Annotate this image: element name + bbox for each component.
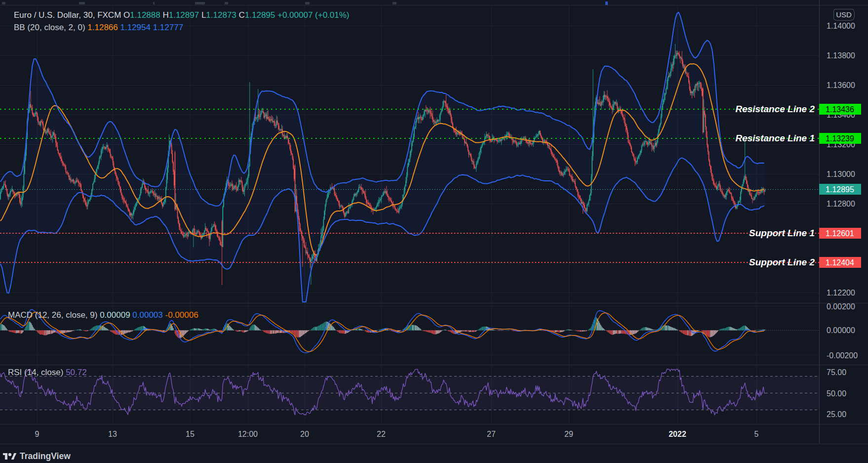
svg-text:1.13239: 1.13239 [826,134,854,143]
svg-text:1.13000: 1.13000 [827,170,855,178]
svg-text:25.00: 25.00 [827,410,846,419]
svg-text:RSI (14, close) 50.72: RSI (14, close) 50.72 [8,368,87,377]
svg-text:Resistance Line 1: Resistance Line 1 [735,133,815,143]
svg-text:BB (20, close, 2, 0) 1.12866: BB (20, close, 2, 0) 1.12866 1.12954 1.1… [14,23,183,32]
svg-text:Support Line 1: Support Line 1 [749,228,815,238]
svg-text:2022: 2022 [669,430,686,438]
svg-text:USD: USD [836,10,852,19]
svg-text:50.00: 50.00 [827,389,846,398]
svg-text:Support Line 2: Support Line 2 [749,257,815,267]
svg-text:MACD (12, 26, close, 9) 0.000: MACD (12, 26, close, 9) 0.00009 0.00003 … [8,310,198,320]
svg-text:1.12895: 1.12895 [826,185,854,194]
svg-text:29: 29 [564,430,573,438]
svg-text:1.12200: 1.12200 [827,289,855,297]
svg-text:5: 5 [754,430,759,438]
svg-text:27: 27 [487,430,496,438]
svg-text:9: 9 [35,430,39,438]
svg-text:13: 13 [108,430,117,438]
svg-text:1.13436: 1.13436 [826,105,854,114]
svg-text:Resistance Line 2: Resistance Line 2 [735,104,815,114]
svg-text:75.00: 75.00 [827,368,846,377]
svg-text:1.12800: 1.12800 [827,200,855,208]
svg-text:0.00000: 0.00000 [827,326,855,335]
svg-text:22: 22 [377,430,386,438]
svg-text:1.13800: 1.13800 [827,51,855,60]
svg-text:1.12404: 1.12404 [826,258,854,267]
svg-text:1.13600: 1.13600 [827,81,855,89]
svg-text:15: 15 [186,430,195,438]
svg-text:1.14000: 1.14000 [827,22,855,30]
svg-text:0.00200: 0.00200 [827,302,855,311]
svg-text:-0.00200: -0.00200 [827,351,858,360]
svg-text:1.12601: 1.12601 [826,229,854,238]
svg-text:Euro / U.S. Dollar, 30, FXCM: Euro / U.S. Dollar, 30, FXCM O1.12888 H1… [14,10,350,20]
svg-text:12:00: 12:00 [238,430,258,438]
svg-text:TradingView: TradingView [20,451,71,461]
svg-text:20: 20 [300,430,309,438]
